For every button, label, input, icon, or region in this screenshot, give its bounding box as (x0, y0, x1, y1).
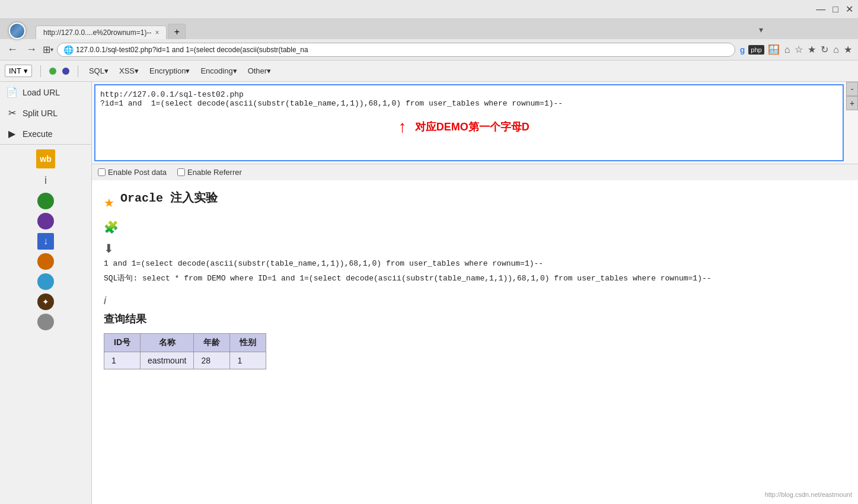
grid-icon: ⊞ (43, 44, 50, 55)
hakbar-separator2 (78, 65, 78, 77)
other-menu[interactable]: Other▾ (245, 65, 274, 76)
reload-button[interactable]: ↻ (819, 43, 830, 56)
title-bar-controls: — □ ✕ (816, 5, 853, 14)
close-button[interactable]: ✕ (846, 5, 853, 14)
encoding-menu[interactable]: Encoding▾ (198, 65, 239, 76)
sql-line1: 1 and 1=(select decode(ascii(substr(tabl… (104, 258, 846, 270)
minimize-button[interactable]: — (816, 5, 825, 14)
dot-blue-icon (62, 68, 69, 75)
info2-icon: i (104, 295, 846, 307)
tab-bar: http://127.0.0....e%20rownum=1)-- × + ▾ (0, 19, 858, 39)
referrer-checkbox-item: Enable Referrer (177, 168, 242, 177)
split-url-icon: ✂ (6, 107, 18, 119)
puzzle-icon: 🧩 (104, 220, 846, 234)
sql-menu[interactable]: SQL▾ (87, 65, 111, 76)
split-url-item[interactable]: ✂ Split URL (0, 103, 91, 123)
plus-button[interactable]: + (846, 96, 858, 110)
referrer-label: Enable Referrer (187, 168, 242, 177)
referrer-checkbox[interactable] (177, 168, 185, 176)
star-icon[interactable]: ☆ (793, 43, 804, 56)
post-data-checkbox[interactable] (98, 168, 106, 176)
inner-layout: 📄 Load URL ✂ Split URL ▶ Execute wb i (0, 82, 858, 504)
forward-button[interactable]: → (24, 42, 39, 57)
col-age: 年龄 (194, 333, 230, 352)
home-icon2[interactable]: ⌂ (783, 43, 792, 56)
star-circle-icon[interactable]: ✦ (37, 294, 54, 310)
col-id: ID号 (104, 333, 141, 352)
int-dropdown-icon: ▾ (24, 66, 28, 75)
left-panel-actions: 📄 Load URL ✂ Split URL ▶ Execute (0, 82, 91, 145)
hakbar: INT ▾ SQL▾ XSS▾ Encryption▾ Encoding▾ Ot… (0, 60, 858, 82)
url-textarea[interactable]: http://127.0.0.1/sql-test02.php ?id=1 an… (94, 84, 844, 161)
down-arrow-icon: ⬇ (104, 241, 846, 256)
star2-icon[interactable]: ★ (806, 43, 817, 56)
table-head: ID号 名称 年龄 性别 (104, 333, 266, 352)
maximize-button[interactable]: □ (833, 5, 838, 14)
purple-circle-icon[interactable] (37, 213, 54, 229)
blue-square-icon[interactable]: ↓ (37, 233, 54, 250)
table-header-row: ID号 名称 年龄 性别 (104, 333, 266, 352)
wb-icon[interactable]: wb (36, 149, 55, 168)
load-url-item[interactable]: 📄 Load URL (0, 82, 91, 103)
new-tab-button[interactable]: + (168, 24, 186, 39)
col-gender: 性别 (230, 333, 266, 352)
result-table: ID号 名称 年龄 性别 1 eastmount 28 1 (104, 333, 266, 369)
page-content: ★ Oracle 注入实验 🧩 ⬇ 1 and 1=(select decode… (92, 180, 858, 504)
int-label: INT (9, 66, 21, 75)
tab-label: http://127.0.0....e%20rownum=1)-- (43, 28, 151, 37)
sql-content-block: 1 and 1=(select decode(ascii(substr(tabl… (104, 258, 846, 285)
cell-age: 28 (194, 352, 230, 369)
grid-dropdown-icon: ▾ (50, 46, 53, 53)
content-title: Oracle 注入实验 (120, 190, 218, 206)
new-tab-icon: + (174, 27, 180, 37)
execute-item[interactable]: ▶ Execute (0, 123, 91, 144)
address-bar[interactable]: 🌐 127.0.0.1/sql-test02.php?id=1 and 1=(s… (57, 43, 735, 57)
plus-minus-controls: - + (846, 82, 858, 110)
google-icon[interactable]: g (739, 44, 747, 56)
xss-menu[interactable]: XSS▾ (117, 65, 141, 76)
load-url-label: Load URL (23, 88, 60, 97)
encryption-menu[interactable]: Encryption▾ (147, 65, 192, 76)
split-url-label: Split URL (23, 109, 58, 118)
post-data-checkbox-item: Enable Post data (98, 168, 167, 177)
sql-line2: SQL语句: select * from DEMO where ID=1 and… (104, 273, 846, 285)
orange-circle-icon[interactable] (37, 253, 54, 270)
nav-bar: ← → ⊞ ▾ 🌐 127.0.0.1/sql-test02.php?id=1 … (0, 39, 858, 60)
grid-menu-button[interactable]: ⊞ ▾ (43, 44, 53, 55)
address-text: 127.0.0.1/sql-test02.php?id=1 and 1=(sel… (76, 46, 308, 54)
cell-name: eastmount (141, 352, 194, 369)
content-star-icon: ★ (104, 196, 114, 210)
back-button[interactable]: ← (5, 42, 20, 57)
green-circle-icon[interactable] (37, 193, 54, 209)
hakbar-separator1 (40, 65, 41, 77)
minus-button[interactable]: - (846, 82, 858, 96)
title-bar: — □ ✕ (0, 0, 858, 19)
windows-icon[interactable]: 🪟 (767, 43, 781, 56)
cell-id: 1 (104, 352, 141, 369)
execute-icon: ▶ (6, 128, 18, 139)
post-data-label: Enable Post data (108, 168, 167, 177)
tab-close-icon[interactable]: × (155, 28, 159, 37)
int-dropdown[interactable]: INT ▾ (5, 65, 32, 77)
browser-tab[interactable]: http://127.0.0....e%20rownum=1)-- × (36, 25, 167, 39)
dot-green-icon (49, 68, 56, 75)
info-icon[interactable]: i (42, 172, 49, 189)
home-button[interactable]: ⌂ (832, 43, 840, 56)
blue-circle-icon[interactable] (37, 273, 54, 290)
table-body: 1 eastmount 28 1 (104, 352, 266, 369)
left-panel: 📄 Load URL ✂ Split URL ▶ Execute wb i (0, 82, 92, 504)
gear-circle-icon[interactable] (37, 314, 54, 330)
nav-icons-right: g php 🪟 ⌂ ☆ ★ ↻ ⌂ ★ (739, 43, 853, 56)
left-sidebar-icons: wb i ↓ ✦ (0, 145, 91, 335)
address-lock-icon: 🌐 (63, 45, 74, 55)
middle-panel: http://127.0.0.1/sql-test02.php ?id=1 an… (92, 82, 858, 504)
content-title-row: ★ Oracle 注入实验 (104, 190, 846, 215)
bookmarks-icon[interactable]: ★ (843, 43, 853, 56)
tab-dropdown-icon[interactable]: ▾ (759, 25, 763, 34)
watermark: http://blog.csdn.net/eastmount (765, 491, 852, 498)
col-name: 名称 (141, 333, 194, 352)
execute-label: Execute (23, 129, 53, 139)
addon-icon1[interactable]: php (748, 45, 764, 55)
page: — □ ✕ http://127.0.0....e%20rownum=1)-- … (0, 0, 858, 504)
checkbox-row: Enable Post data Enable Referrer (92, 164, 858, 180)
